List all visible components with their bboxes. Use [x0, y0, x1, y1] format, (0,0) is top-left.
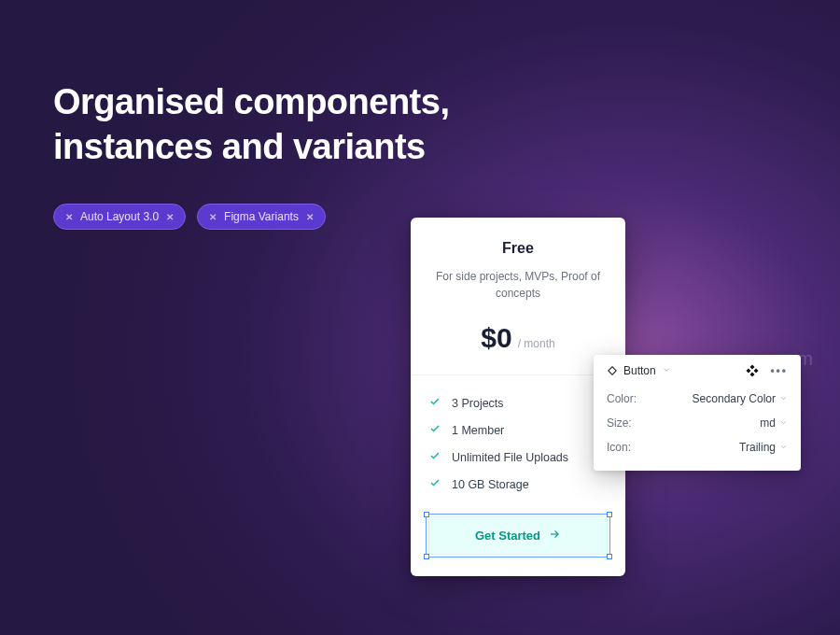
page-heading: Organised components, instances and vari…: [53, 80, 449, 169]
inspector-row-color[interactable]: Color: Secondary Color: [607, 387, 788, 411]
pill-x-left-icon: ✕: [65, 212, 73, 222]
selection-handle-icon[interactable]: [424, 512, 429, 517]
check-icon: [429, 423, 441, 437]
heading-line-2: instances and variants: [53, 125, 449, 170]
variant-inspector-panel: Button ••• Color: Secondary Color Size: …: [594, 355, 801, 471]
selection-handle-icon[interactable]: [607, 554, 612, 559]
check-icon: [429, 396, 441, 410]
svg-rect-4: [747, 369, 751, 374]
more-menu-icon[interactable]: •••: [770, 364, 788, 377]
inspector-row-value: Trailing: [739, 441, 788, 454]
get-started-button[interactable]: Get Started: [428, 516, 608, 555]
feature-item: 10 GB Storage: [429, 477, 607, 491]
feature-label: 10 GB Storage: [452, 478, 529, 491]
plugin-icon[interactable]: [746, 364, 759, 377]
pill-x-right-icon: ✕: [166, 212, 174, 222]
price: $0: [481, 322, 511, 354]
check-icon: [429, 450, 441, 464]
inspector-row-icon[interactable]: Icon: Trailing: [607, 435, 788, 459]
svg-rect-3: [750, 373, 755, 377]
inspector-title-group[interactable]: Button: [607, 364, 671, 377]
pill-label: Auto Layout 3.0: [80, 210, 159, 223]
inspector-row-value: Secondary Color: [693, 392, 788, 405]
arrow-right-icon: [548, 528, 561, 543]
pill-auto-layout[interactable]: ✕ Auto Layout 3.0 ✕: [53, 204, 186, 230]
feature-label: 1 Member: [452, 424, 504, 437]
cta-label: Get Started: [475, 529, 540, 543]
inspector-component-name: Button: [623, 364, 656, 377]
plan-name: Free: [429, 240, 607, 257]
feature-label: 3 Projects: [452, 397, 504, 410]
tag-pills: ✕ Auto Layout 3.0 ✕ ✕ Figma Variants ✕: [53, 204, 326, 230]
inspector-row-label: Icon:: [607, 441, 631, 454]
pill-x-right-icon: ✕: [306, 212, 314, 222]
price-row: $0 / month: [429, 322, 607, 354]
inspector-row-value: md: [760, 416, 788, 430]
chevron-down-icon: [779, 416, 788, 430]
price-period: / month: [518, 337, 555, 350]
feature-label: Unlimited File Uploads: [452, 451, 568, 464]
plan-description: For side projects, MVPs, Proof of concep…: [429, 268, 607, 302]
pill-figma-variants[interactable]: ✕ Figma Variants ✕: [197, 204, 326, 230]
svg-rect-2: [750, 364, 755, 369]
pill-label: Figma Variants: [224, 210, 299, 223]
pricing-card-header: Free For side projects, MVPs, Proof of c…: [411, 218, 625, 375]
inspector-row-label: Size:: [607, 416, 632, 430]
feature-item: Unlimited File Uploads: [429, 450, 607, 464]
chevron-down-icon: [779, 441, 788, 454]
pill-x-left-icon: ✕: [209, 212, 217, 222]
svg-rect-1: [609, 367, 616, 374]
component-diamond-icon: [607, 365, 618, 376]
selection-handle-icon[interactable]: [607, 512, 612, 517]
selection-box[interactable]: Get Started: [426, 514, 610, 557]
feature-item: 1 Member: [429, 423, 607, 437]
inspector-row-label: Color:: [607, 392, 637, 405]
inspector-header: Button •••: [607, 364, 788, 377]
heading-line-1: Organised components,: [53, 80, 449, 125]
svg-rect-5: [754, 369, 759, 374]
check-icon: [429, 477, 441, 491]
chevron-down-icon: [779, 392, 788, 405]
inspector-row-size[interactable]: Size: md: [607, 411, 788, 435]
cta-wrap: Get Started: [411, 504, 625, 576]
inspector-actions: •••: [746, 364, 788, 377]
feature-item: 3 Projects: [429, 396, 607, 410]
chevron-down-icon: [662, 364, 671, 377]
selection-handle-icon[interactable]: [424, 554, 429, 559]
